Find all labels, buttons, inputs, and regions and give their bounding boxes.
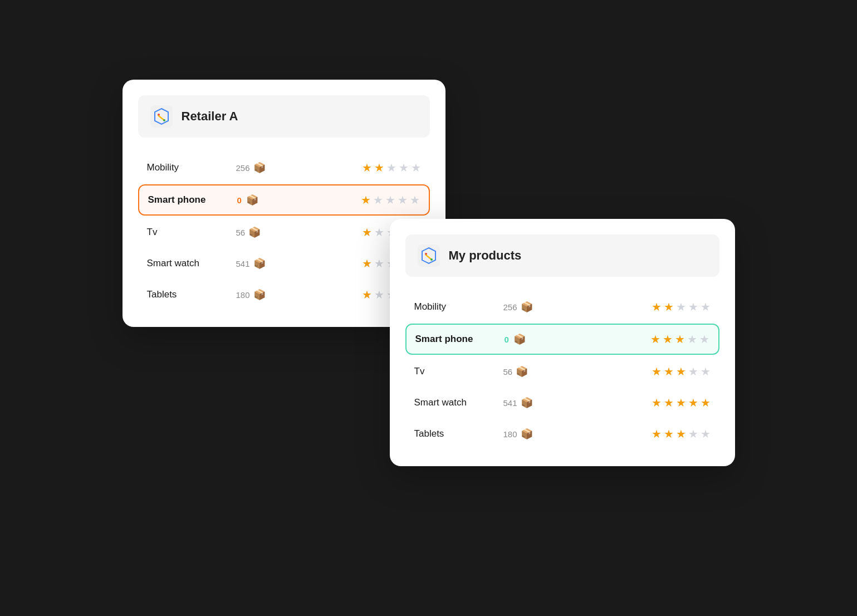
- product-row-mobility-front[interactable]: Mobility 256 📦 ★ ★ ★ ★ ★: [405, 292, 719, 321]
- star-2: ★: [664, 396, 674, 409]
- product-row-mobility-back[interactable]: Mobility 256 📦 ★ ★ ★ ★ ★: [138, 153, 430, 182]
- star-2: ★: [374, 161, 384, 174]
- star-1: ★: [652, 427, 662, 441]
- star-4: ★: [688, 365, 698, 378]
- svg-point-7: [430, 258, 433, 261]
- star-4: ★: [398, 193, 408, 207]
- star-2: ★: [374, 288, 384, 301]
- star-1: ★: [361, 193, 371, 207]
- retailer-a-product-list: Mobility 256 📦 ★ ★ ★ ★ ★ Smart phone 0 📦…: [138, 153, 430, 309]
- box-icon: 📦: [521, 428, 533, 440]
- box-icon: 📦: [248, 226, 261, 238]
- retailer-a-header: Retailer A: [138, 95, 430, 138]
- product-count-badge: 0: [505, 335, 509, 344]
- star-4: ★: [688, 427, 698, 441]
- star-1: ★: [362, 161, 372, 174]
- box-icon-orange: 📦: [246, 194, 258, 206]
- product-row-tablets-back[interactable]: Tablets 180 📦 ★ ★ ★ ★ ★: [138, 280, 430, 309]
- box-icon: 📦: [253, 162, 266, 174]
- star-rating: ★ ★ ★ ★ ★: [650, 333, 709, 346]
- product-row-tv-back[interactable]: Tv 56 📦 ★ ★ ★ ★ ★: [138, 218, 430, 247]
- my-products-card: My products Mobility 256 📦 ★ ★ ★ ★ ★ Sma…: [390, 219, 735, 466]
- star-rating: ★ ★ ★ ★ ★: [362, 161, 421, 174]
- star-2: ★: [664, 300, 674, 314]
- product-count: 180: [503, 429, 517, 439]
- star-3: ★: [676, 365, 686, 378]
- star-1: ★: [652, 365, 662, 378]
- star-5: ★: [701, 396, 711, 409]
- my-products-title: My products: [449, 248, 522, 263]
- star-5: ★: [411, 161, 421, 174]
- star-3: ★: [385, 193, 395, 207]
- star-4: ★: [688, 396, 698, 409]
- star-1: ★: [362, 288, 372, 301]
- star-3: ★: [675, 333, 685, 346]
- star-1: ★: [362, 257, 372, 270]
- product-name: Mobility: [414, 301, 503, 312]
- product-count: 256: [236, 163, 250, 173]
- product-row-tablets-front[interactable]: Tablets 180 📦 ★ ★ ★ ★ ★: [405, 419, 719, 448]
- star-3: ★: [676, 300, 686, 314]
- product-row-smartphone-front[interactable]: Smart phone 0 📦 ★ ★ ★ ★ ★: [405, 324, 719, 355]
- star-4: ★: [687, 333, 697, 346]
- my-products-product-list: Mobility 256 📦 ★ ★ ★ ★ ★ Smart phone 0 📦…: [405, 292, 719, 448]
- product-count: 541: [236, 259, 250, 268]
- star-3: ★: [386, 161, 396, 174]
- svg-point-3: [163, 119, 165, 121]
- star-2: ★: [663, 333, 673, 346]
- star-2: ★: [374, 226, 384, 239]
- product-name: Tablets: [414, 428, 503, 439]
- star-rating: ★ ★ ★ ★ ★: [652, 365, 711, 378]
- product-name: Smart watch: [414, 397, 503, 408]
- product-name: Tv: [414, 366, 503, 377]
- star-5: ★: [699, 333, 709, 346]
- box-icon: 📦: [521, 397, 533, 409]
- star-2: ★: [664, 427, 674, 441]
- product-name: Tv: [147, 227, 236, 238]
- my-products-header: My products: [405, 234, 719, 277]
- box-icon: 📦: [516, 365, 528, 378]
- star-5: ★: [701, 300, 711, 314]
- star-1: ★: [362, 226, 372, 239]
- product-count: 56: [236, 228, 246, 237]
- box-icon: 📦: [253, 257, 266, 270]
- star-1: ★: [652, 396, 662, 409]
- scene: Retailer A Mobility 256 📦 ★ ★ ★ ★ ★ Smar…: [123, 80, 735, 536]
- retailer-a-title: Retailer A: [182, 109, 238, 124]
- star-5: ★: [701, 365, 711, 378]
- star-rating: ★ ★ ★ ★ ★: [652, 396, 711, 409]
- star-2: ★: [374, 257, 384, 270]
- star-1: ★: [650, 333, 660, 346]
- star-4: ★: [688, 300, 698, 314]
- product-count-badge: 0: [237, 195, 242, 205]
- box-icon-teal: 📦: [513, 333, 526, 345]
- product-count: 180: [236, 290, 250, 300]
- my-products-logo: [417, 243, 441, 268]
- product-count: 256: [503, 302, 517, 312]
- box-icon: 📦: [521, 301, 533, 313]
- star-4: ★: [399, 161, 409, 174]
- product-row-tv-front[interactable]: Tv 56 📦 ★ ★ ★ ★ ★: [405, 357, 719, 386]
- star-1: ★: [652, 300, 662, 314]
- product-name: Tablets: [147, 289, 236, 300]
- product-name: Mobility: [147, 162, 236, 173]
- product-name: Smart phone: [415, 334, 505, 345]
- box-icon: 📦: [253, 289, 266, 301]
- retailer-a-logo: [149, 104, 174, 129]
- star-2: ★: [373, 193, 383, 207]
- product-row-smartphone-back[interactable]: Smart phone 0 📦 ★ ★ ★ ★ ★: [138, 184, 430, 216]
- star-2: ★: [664, 365, 674, 378]
- star-rating: ★ ★ ★ ★ ★: [652, 300, 711, 314]
- product-count: 541: [503, 398, 517, 408]
- star-5: ★: [410, 193, 420, 207]
- product-row-smartwatch-front[interactable]: Smart watch 541 📦 ★ ★ ★ ★ ★: [405, 388, 719, 417]
- star-rating: ★ ★ ★ ★ ★: [652, 427, 711, 441]
- star-5: ★: [701, 427, 711, 441]
- product-name: Smart phone: [148, 194, 237, 206]
- product-name: Smart watch: [147, 258, 236, 269]
- star-3: ★: [676, 396, 686, 409]
- star-3: ★: [676, 427, 686, 441]
- product-row-smartwatch-back[interactable]: Smart watch 541 📦 ★ ★ ★ ★ ★: [138, 249, 430, 278]
- product-count: 56: [503, 367, 513, 377]
- star-rating: ★ ★ ★ ★ ★: [361, 193, 420, 207]
